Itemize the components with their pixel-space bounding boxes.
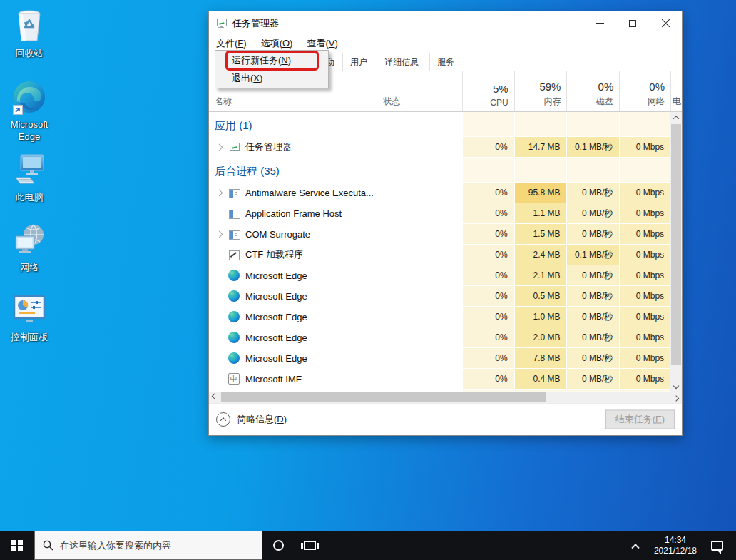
horizontal-scrollbar-thumb[interactable] <box>221 392 546 402</box>
process-row[interactable]: Microsoft Edge0%2.0 MB0 MB/秒0 Mbps <box>209 327 682 348</box>
task-view-button[interactable] <box>294 531 325 560</box>
taskbar-clock[interactable]: 14:34 2021/12/18 <box>654 535 697 556</box>
desktop-icon-this-pc[interactable]: 此电脑 <box>1 151 57 203</box>
disk-cell: 0 MB/秒 <box>566 224 619 244</box>
search-icon <box>43 540 53 551</box>
cortana-button[interactable] <box>262 531 294 560</box>
vertical-scrollbar-thumb[interactable] <box>671 124 681 365</box>
taskmgr-icon <box>228 141 240 153</box>
process-name-cell: Application Frame Host <box>209 203 377 223</box>
network-cell: 0 Mbps <box>619 203 670 223</box>
process-row[interactable]: COM Surrogate0%1.5 MB0 MB/秒0 Mbps <box>209 224 682 245</box>
group-header-row[interactable]: 后台进程 (35) <box>209 158 682 183</box>
start-button[interactable] <box>0 531 34 560</box>
vertical-scrollbar[interactable] <box>670 112 682 392</box>
desktop-icon-control-panel[interactable]: 控制面板 <box>1 291 57 343</box>
column-header-network[interactable]: 0% 网络 <box>619 71 670 111</box>
desktop-icon-label: 回收站 <box>16 47 44 59</box>
hidden-icons-chevron[interactable] <box>631 544 639 551</box>
process-row[interactable]: 任务管理器0%14.7 MB0.1 MB/秒0 Mbps <box>209 137 682 158</box>
action-center-icon[interactable] <box>711 541 723 551</box>
edge-icon <box>228 290 240 302</box>
process-row[interactable]: Microsoft Edge0%1.0 MB0 MB/秒0 Mbps <box>209 307 682 327</box>
process-row[interactable]: Microsoft Edge0%7.8 MB0 MB/秒0 Mbps <box>209 348 682 369</box>
cpu-cell: 0% <box>462 183 514 203</box>
desktop-icon-network[interactable]: 网络 <box>1 221 57 273</box>
cpu-cell: 0% <box>462 286 514 306</box>
scroll-up-button[interactable] <box>670 112 682 123</box>
memory-cell: 2.4 MB <box>514 245 567 265</box>
desktop-icon-label: 控制面板 <box>11 331 48 343</box>
network-cell <box>619 158 670 182</box>
desktop-icon-recycle-bin[interactable]: 回收站 <box>1 7 57 59</box>
disk-cell: 0 MB/秒 <box>566 265 619 285</box>
disk-cell <box>566 112 619 136</box>
scroll-left-button[interactable] <box>209 392 220 403</box>
group-header-label: 应用 (1) <box>215 119 252 133</box>
menu-item-x[interactable]: 退出(X) <box>215 69 328 87</box>
status-cell <box>377 348 462 368</box>
expand-chevron-icon[interactable] <box>216 230 223 238</box>
edge-icon <box>228 311 240 322</box>
network-cell: 0 Mbps <box>619 369 670 389</box>
minimize-button[interactable] <box>583 11 616 35</box>
cpu-cell: 0% <box>462 245 514 265</box>
tab-用户[interactable]: 用户 <box>343 53 377 71</box>
memory-cell: 1.5 MB <box>514 224 567 244</box>
close-button[interactable] <box>649 11 682 35</box>
cortana-icon <box>273 540 284 551</box>
process-name-cell: Antimalware Service Executa... <box>209 183 377 203</box>
scroll-down-button[interactable] <box>670 380 682 392</box>
column-header-disk[interactable]: 0% 磁盘 <box>566 71 619 111</box>
end-task-button[interactable]: 结束任务(E) <box>605 410 675 429</box>
fewer-details-label[interactable]: 简略信息(D) <box>237 413 287 426</box>
process-row[interactable]: Microsoft Edge0%2.1 MB0 MB/秒0 Mbps <box>209 265 682 286</box>
system-tray: 14:34 2021/12/18 <box>624 531 736 560</box>
process-row[interactable]: Antimalware Service Executa...0%95.8 MB0… <box>209 183 682 203</box>
column-header-status[interactable]: 状态 <box>377 71 462 111</box>
expand-chevron-icon[interactable] <box>216 143 223 151</box>
window-icon <box>228 228 240 240</box>
process-row[interactable]: Microsoft Edge0%0.5 MB0 MB/秒0 Mbps <box>209 286 682 307</box>
maximize-button[interactable] <box>616 11 649 35</box>
tab-服务[interactable]: 服务 <box>430 53 464 71</box>
process-name-cell: Microsoft Edge <box>209 307 377 327</box>
fewer-details-toggle[interactable] <box>216 412 230 427</box>
task-manager-window: 任务管理器 文件(F)选项(O)查看(V) 进程性能应用历史记录启动用户详细信息… <box>208 11 683 436</box>
window-icon <box>228 208 240 219</box>
cpu-cell: 0% <box>462 307 514 327</box>
search-placeholder: 在这里输入你要搜索的内容 <box>60 539 171 552</box>
column-header-power[interactable]: 电 <box>670 71 682 111</box>
disk-cell: 0 MB/秒 <box>566 327 619 347</box>
expand-chevron-icon[interactable] <box>216 189 223 196</box>
process-name-cell: Microsoft Edge <box>209 348 377 368</box>
group-header-cell: 后台进程 (35) <box>209 158 377 182</box>
process-name-cell: 任务管理器 <box>209 137 377 157</box>
scroll-right-button[interactable] <box>670 392 682 403</box>
process-row[interactable]: Microsoft IME0%0.4 MB0 MB/秒0 Mbps <box>209 369 682 390</box>
cpu-cell: 0% <box>462 203 514 223</box>
taskbar-search-box[interactable]: 在这里输入你要搜索的内容 <box>34 531 262 560</box>
network-cell <box>619 112 670 136</box>
desktop-icon-microsoft-edge[interactable]: Microsoft Edge <box>1 78 57 143</box>
process-row[interactable]: CTF 加载程序0%2.4 MB0.1 MB/秒0 Mbps <box>209 245 682 265</box>
network-cell: 0 Mbps <box>619 348 670 368</box>
process-row[interactable]: Application Frame Host0%1.1 MB0 MB/秒0 Mb… <box>209 203 682 224</box>
disk-cell <box>566 158 619 182</box>
column-header-memory[interactable]: 59% 内存 <box>514 71 567 111</box>
cpu-cell <box>462 112 514 136</box>
column-header-cpu[interactable]: 5% CPU <box>462 71 514 111</box>
status-bar: 简略信息(D) 结束任务(E) <box>209 403 682 435</box>
memory-cell: 0.4 MB <box>514 369 567 389</box>
title-bar[interactable]: 任务管理器 <box>209 11 682 35</box>
this-pc-icon <box>11 151 48 188</box>
network-cell: 0 Mbps <box>619 137 670 157</box>
chevron-up-icon <box>220 417 226 423</box>
group-header-row[interactable]: 应用 (1) <box>209 112 682 137</box>
menu-item-n[interactable]: 运行新任务(N) <box>215 51 328 69</box>
horizontal-scrollbar[interactable] <box>209 392 682 403</box>
tab-详细信息[interactable]: 详细信息 <box>377 53 430 71</box>
memory-cell: 95.8 MB <box>514 183 567 203</box>
windows-logo-icon <box>11 540 23 551</box>
minimize-icon <box>596 23 604 24</box>
